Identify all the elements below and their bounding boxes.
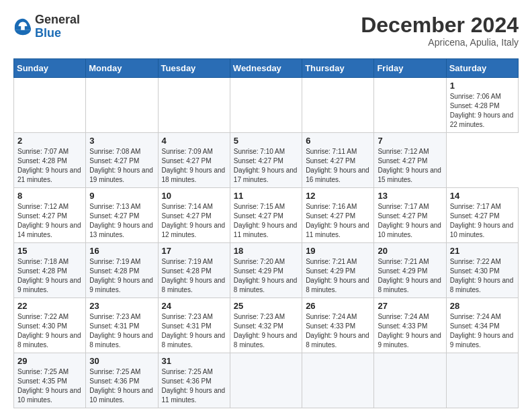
cell-info: Sunrise: 7:22 AMSunset: 4:30 PMDaylight:… bbox=[17, 313, 81, 349]
day-number: 15 bbox=[17, 246, 82, 256]
day-number: 26 bbox=[306, 301, 370, 311]
calendar-cell: 8Sunrise: 7:12 AMSunset: 4:27 PMDaylight… bbox=[14, 188, 86, 243]
calendar-header-row: SundayMondayTuesdayWednesdayThursdayFrid… bbox=[14, 59, 519, 78]
day-number: 28 bbox=[450, 301, 515, 311]
empty-cell bbox=[374, 78, 446, 133]
logo-text-block: General Blue bbox=[35, 13, 80, 40]
day-number: 14 bbox=[450, 191, 515, 201]
calendar-cell: 5Sunrise: 7:10 AMSunset: 4:27 PMDaylight… bbox=[230, 133, 302, 188]
cell-info: Sunrise: 7:10 AMSunset: 4:27 PMDaylight:… bbox=[234, 148, 298, 183]
cell-info: Sunrise: 7:21 AMSunset: 4:29 PMDaylight:… bbox=[378, 258, 441, 293]
calendar-cell: 15Sunrise: 7:18 AMSunset: 4:28 PMDayligh… bbox=[14, 243, 86, 298]
logo-general: General bbox=[35, 13, 80, 26]
calendar-cell: 3Sunrise: 7:08 AMSunset: 4:27 PMDaylight… bbox=[86, 133, 158, 188]
cell-info: Sunrise: 7:23 AMSunset: 4:32 PMDaylight:… bbox=[234, 313, 298, 349]
day-number: 12 bbox=[306, 191, 370, 201]
calendar-cell: 16Sunrise: 7:19 AMSunset: 4:28 PMDayligh… bbox=[86, 243, 158, 298]
cell-info: Sunrise: 7:11 AMSunset: 4:27 PMDaylight:… bbox=[306, 148, 369, 183]
day-header-monday: Monday bbox=[86, 59, 158, 78]
day-header-saturday: Saturday bbox=[446, 59, 518, 78]
day-number: 4 bbox=[162, 136, 226, 146]
logo: General Blue bbox=[13, 13, 80, 40]
cell-info: Sunrise: 7:13 AMSunset: 4:27 PMDaylight:… bbox=[89, 203, 153, 238]
day-number: 16 bbox=[89, 246, 154, 256]
calendar-week-row: 1Sunrise: 7:06 AMSunset: 4:28 PMDaylight… bbox=[14, 78, 519, 133]
day-number: 17 bbox=[162, 246, 226, 256]
cell-info: Sunrise: 7:12 AMSunset: 4:27 PMDaylight:… bbox=[378, 148, 441, 183]
cell-info: Sunrise: 7:17 AMSunset: 4:27 PMDaylight:… bbox=[378, 203, 441, 238]
cell-info: Sunrise: 7:16 AMSunset: 4:27 PMDaylight:… bbox=[306, 203, 369, 238]
day-number: 9 bbox=[89, 191, 154, 201]
calendar-cell: 23Sunrise: 7:23 AMSunset: 4:31 PMDayligh… bbox=[86, 298, 158, 353]
day-number: 3 bbox=[89, 136, 154, 146]
calendar-cell: 2Sunrise: 7:07 AMSunset: 4:28 PMDaylight… bbox=[14, 133, 86, 188]
calendar-week-row: 2Sunrise: 7:07 AMSunset: 4:28 PMDaylight… bbox=[14, 133, 519, 188]
calendar-cell: 30Sunrise: 7:25 AMSunset: 4:36 PMDayligh… bbox=[86, 353, 158, 408]
calendar-cell: 12Sunrise: 7:16 AMSunset: 4:27 PMDayligh… bbox=[302, 188, 374, 243]
empty-cell bbox=[230, 78, 302, 133]
cell-info: Sunrise: 7:20 AMSunset: 4:29 PMDaylight:… bbox=[234, 258, 298, 293]
empty-cell bbox=[14, 78, 86, 133]
calendar-table: SundayMondayTuesdayWednesdayThursdayFrid… bbox=[13, 58, 519, 408]
calendar-cell: 7Sunrise: 7:12 AMSunset: 4:27 PMDaylight… bbox=[374, 133, 446, 188]
day-number: 1 bbox=[450, 81, 515, 91]
day-header-thursday: Thursday bbox=[302, 59, 374, 78]
cell-info: Sunrise: 7:19 AMSunset: 4:28 PMDaylight:… bbox=[89, 258, 153, 293]
calendar-cell: 27Sunrise: 7:24 AMSunset: 4:33 PMDayligh… bbox=[374, 298, 446, 353]
cell-info: Sunrise: 7:06 AMSunset: 4:28 PMDaylight:… bbox=[450, 93, 514, 128]
calendar-cell: 1Sunrise: 7:06 AMSunset: 4:28 PMDaylight… bbox=[446, 78, 518, 133]
empty-cell bbox=[158, 78, 230, 133]
calendar-cell: 21Sunrise: 7:22 AMSunset: 4:30 PMDayligh… bbox=[446, 243, 518, 298]
day-number: 8 bbox=[17, 191, 82, 201]
page-header: General Blue December 2024 Apricena, Apu… bbox=[13, 13, 519, 48]
day-number: 29 bbox=[17, 356, 82, 366]
day-number: 10 bbox=[162, 191, 226, 201]
day-number: 13 bbox=[378, 191, 442, 201]
day-number: 23 bbox=[89, 301, 154, 311]
cell-info: Sunrise: 7:21 AMSunset: 4:29 PMDaylight:… bbox=[306, 258, 369, 293]
day-number: 27 bbox=[378, 301, 442, 311]
calendar-cell: 9Sunrise: 7:13 AMSunset: 4:27 PMDaylight… bbox=[86, 188, 158, 243]
cell-info: Sunrise: 7:15 AMSunset: 4:27 PMDaylight:… bbox=[234, 203, 298, 238]
calendar-cell: 28Sunrise: 7:24 AMSunset: 4:34 PMDayligh… bbox=[446, 298, 518, 353]
day-header-sunday: Sunday bbox=[14, 59, 86, 78]
cell-info: Sunrise: 7:14 AMSunset: 4:27 PMDaylight:… bbox=[162, 203, 226, 238]
empty-cell bbox=[302, 353, 374, 408]
calendar-cell: 22Sunrise: 7:22 AMSunset: 4:30 PMDayligh… bbox=[14, 298, 86, 353]
day-number: 18 bbox=[234, 246, 298, 256]
logo-icon bbox=[13, 17, 32, 36]
calendar-cell: 14Sunrise: 7:17 AMSunset: 4:27 PMDayligh… bbox=[446, 188, 518, 243]
day-number: 24 bbox=[162, 301, 226, 311]
cell-info: Sunrise: 7:25 AMSunset: 4:36 PMDaylight:… bbox=[162, 368, 226, 404]
empty-cell bbox=[446, 353, 518, 408]
day-number: 31 bbox=[162, 356, 226, 366]
empty-cell bbox=[86, 78, 158, 133]
calendar-cell: 31Sunrise: 7:25 AMSunset: 4:36 PMDayligh… bbox=[158, 353, 230, 408]
empty-cell bbox=[230, 353, 302, 408]
day-number: 20 bbox=[378, 246, 442, 256]
day-number: 11 bbox=[234, 191, 298, 201]
calendar-week-row: 15Sunrise: 7:18 AMSunset: 4:28 PMDayligh… bbox=[14, 243, 519, 298]
calendar-cell: 11Sunrise: 7:15 AMSunset: 4:27 PMDayligh… bbox=[230, 188, 302, 243]
cell-info: Sunrise: 7:23 AMSunset: 4:31 PMDaylight:… bbox=[162, 313, 226, 349]
day-number: 21 bbox=[450, 246, 515, 256]
cell-info: Sunrise: 7:08 AMSunset: 4:27 PMDaylight:… bbox=[89, 148, 153, 183]
cell-info: Sunrise: 7:09 AMSunset: 4:27 PMDaylight:… bbox=[162, 148, 226, 183]
cell-info: Sunrise: 7:22 AMSunset: 4:30 PMDaylight:… bbox=[450, 258, 514, 293]
calendar-week-row: 22Sunrise: 7:22 AMSunset: 4:30 PMDayligh… bbox=[14, 298, 519, 353]
cell-info: Sunrise: 7:12 AMSunset: 4:27 PMDaylight:… bbox=[17, 203, 81, 238]
day-number: 25 bbox=[234, 301, 298, 311]
day-number: 6 bbox=[306, 136, 370, 146]
calendar-cell: 19Sunrise: 7:21 AMSunset: 4:29 PMDayligh… bbox=[302, 243, 374, 298]
calendar-week-row: 29Sunrise: 7:25 AMSunset: 4:35 PMDayligh… bbox=[14, 353, 519, 408]
cell-info: Sunrise: 7:24 AMSunset: 4:33 PMDaylight:… bbox=[306, 313, 369, 349]
day-number: 5 bbox=[234, 136, 298, 146]
calendar-cell: 26Sunrise: 7:24 AMSunset: 4:33 PMDayligh… bbox=[302, 298, 374, 353]
cell-info: Sunrise: 7:19 AMSunset: 4:28 PMDaylight:… bbox=[162, 258, 226, 293]
calendar-cell: 25Sunrise: 7:23 AMSunset: 4:32 PMDayligh… bbox=[230, 298, 302, 353]
calendar-cell: 18Sunrise: 7:20 AMSunset: 4:29 PMDayligh… bbox=[230, 243, 302, 298]
day-number: 19 bbox=[306, 246, 370, 256]
cell-info: Sunrise: 7:18 AMSunset: 4:28 PMDaylight:… bbox=[17, 258, 81, 293]
cell-info: Sunrise: 7:24 AMSunset: 4:33 PMDaylight:… bbox=[378, 313, 441, 349]
empty-cell bbox=[302, 78, 374, 133]
